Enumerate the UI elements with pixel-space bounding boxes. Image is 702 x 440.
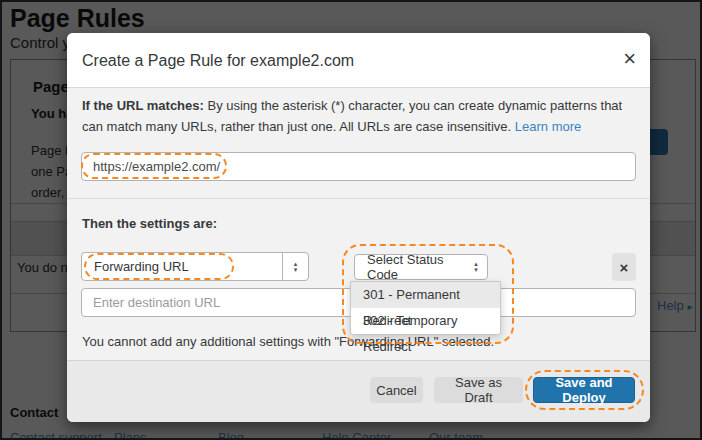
status-code-select[interactable]: Select Status Code ▴ ▾ — [354, 254, 488, 280]
save-and-deploy-button[interactable]: Save and Deploy — [533, 377, 635, 403]
description-bold-lead: If the URL matches: — [82, 98, 204, 113]
setting-type-select[interactable]: Forwarding URL ▴ ▾ — [81, 252, 309, 281]
forwarding-url-note: You cannot add any additional settings w… — [82, 334, 494, 349]
cancel-button[interactable]: Cancel — [370, 377, 423, 403]
settings-heading: Then the settings are: — [82, 216, 217, 231]
arrow-down-icon: ▾ — [294, 267, 298, 273]
learn-more-link[interactable]: Learn more — [515, 119, 581, 134]
modal-title: Create a Page Rule for example2.com — [82, 52, 354, 70]
url-match-description: If the URL matches: By using the asteris… — [82, 95, 640, 137]
create-page-rule-modal: Create a Page Rule for example2.com × If… — [67, 33, 650, 422]
stepper-arrows-icon: ▴ ▾ — [465, 261, 487, 273]
close-icon[interactable]: × — [623, 46, 636, 72]
setting-type-value: Forwarding URL — [82, 259, 282, 274]
status-code-menu: 301 - Permanent Redirect 302 - Temporary… — [350, 281, 501, 335]
stepper-arrows-icon: ▴ ▾ — [282, 253, 308, 280]
modal-header: Create a Page Rule for example2.com × — [67, 33, 650, 88]
status-code-value: Select Status Code — [355, 252, 465, 282]
arrow-down-icon: ▾ — [474, 267, 478, 273]
url-pattern-input[interactable] — [81, 152, 636, 181]
remove-setting-button[interactable]: × — [612, 253, 636, 281]
screenshot-root: Page Rules Control y Page You ha Page R … — [0, 0, 702, 440]
modal-footer: Cancel Save as Draft Save and Deploy — [67, 360, 650, 422]
section-divider — [67, 198, 650, 199]
menu-item-302[interactable]: 302 - Temporary Redirect — [351, 308, 500, 334]
menu-item-301[interactable]: 301 - Permanent Redirect — [351, 282, 500, 308]
save-as-draft-button[interactable]: Save as Draft — [434, 377, 523, 403]
close-icon: × — [620, 259, 629, 276]
